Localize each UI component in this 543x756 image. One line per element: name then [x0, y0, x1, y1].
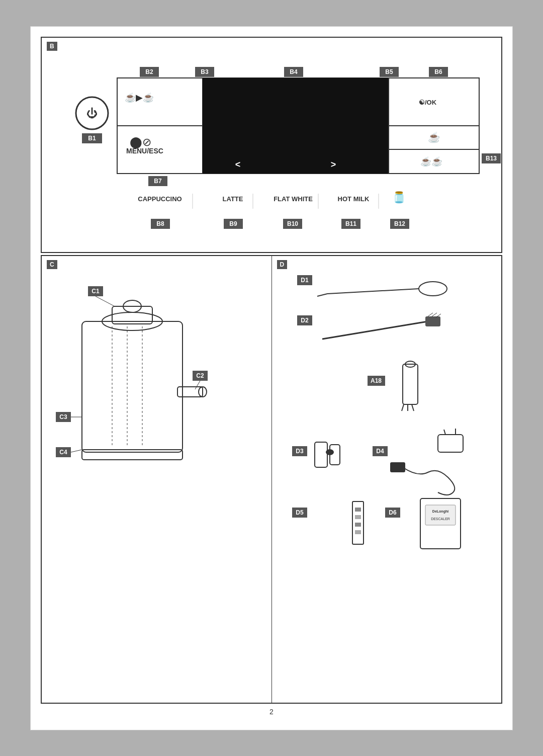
svg-text:C4: C4: [59, 449, 67, 456]
svg-text:⏻: ⏻: [86, 107, 98, 120]
svg-text:A18: A18: [370, 377, 381, 384]
page-number: 2: [41, 704, 502, 720]
svg-text:LATTE: LATTE: [223, 195, 243, 203]
svg-text:B10: B10: [287, 220, 298, 227]
svg-point-76: [419, 282, 447, 296]
svg-text:D2: D2: [301, 317, 309, 324]
svg-line-77: [327, 289, 419, 294]
svg-text:B8: B8: [156, 220, 164, 227]
svg-text:☕☕: ☕☕: [420, 156, 443, 167]
svg-text:⬤⊘: ⬤⊘: [130, 136, 151, 149]
section-c-label: C: [47, 260, 57, 269]
section-c: C C1 C2: [42, 256, 272, 703]
svg-text:D6: D6: [389, 509, 397, 516]
svg-text:CAPPUCCINO: CAPPUCCINO: [138, 195, 182, 203]
svg-rect-103: [390, 462, 405, 472]
svg-text:B12: B12: [394, 220, 405, 227]
page: B ⏻ B1 ☕▶☕ B2 MENU/ESC B3 ⬤⊘: [30, 26, 513, 730]
svg-rect-100: [438, 435, 463, 452]
bottom-sections: C C1 C2: [41, 255, 502, 704]
svg-rect-110: [355, 530, 361, 534]
svg-rect-107: [355, 508, 361, 512]
svg-line-101: [444, 430, 445, 435]
svg-text:D3: D3: [296, 448, 304, 455]
svg-text:B11: B11: [345, 220, 356, 227]
svg-line-83: [428, 313, 433, 316]
section-d-diagram: D1 D2 A18: [277, 261, 478, 588]
svg-rect-108: [355, 515, 361, 519]
svg-rect-114: [425, 505, 456, 525]
svg-text:☕: ☕: [428, 131, 440, 143]
svg-point-97: [326, 449, 334, 455]
svg-text:☯/OK: ☯/OK: [419, 99, 437, 106]
svg-text:B9: B9: [229, 220, 237, 227]
section-b-label: B: [47, 42, 57, 51]
svg-rect-82: [425, 316, 440, 326]
svg-text:B6: B6: [434, 68, 442, 75]
svg-text:🫙: 🫙: [392, 191, 406, 204]
svg-text:>: >: [331, 159, 336, 170]
svg-text:B13: B13: [486, 155, 497, 162]
svg-text:FLAT WHITE: FLAT WHITE: [274, 195, 313, 203]
svg-text:B2: B2: [145, 68, 153, 75]
section-c-diagram: C1 C2 C3 C4: [47, 261, 218, 588]
svg-line-90: [402, 404, 404, 411]
svg-text:C1: C1: [92, 288, 100, 295]
svg-rect-109: [355, 523, 361, 527]
svg-line-72: [71, 450, 82, 452]
section-d: D D1 D2 A18: [272, 256, 502, 703]
svg-text:HOT MILK: HOT MILK: [338, 195, 370, 203]
svg-rect-16: [203, 78, 389, 174]
svg-line-78: [317, 294, 327, 296]
svg-text:D4: D4: [376, 448, 384, 455]
svg-rect-88: [403, 364, 418, 404]
svg-line-92: [412, 404, 414, 411]
svg-text:B1: B1: [88, 135, 96, 142]
svg-text:☕▶☕: ☕▶☕: [125, 92, 154, 103]
svg-text:B7: B7: [154, 178, 162, 185]
section-b-diagram: ⏻ B1 ☕▶☕ B2 MENU/ESC B3 ⬤⊘ B7: [52, 53, 504, 249]
svg-line-58: [96, 296, 115, 306]
svg-text:B3: B3: [201, 68, 209, 75]
svg-text:B4: B4: [290, 68, 298, 75]
svg-text:C2: C2: [196, 372, 204, 379]
svg-text:D1: D1: [301, 277, 309, 284]
section-d-label: D: [277, 260, 288, 269]
section-b: B ⏻ B1 ☕▶☕ B2 MENU/ESC B3 ⬤⊘: [41, 37, 502, 253]
svg-text:C3: C3: [59, 413, 67, 421]
svg-text:DESCALER: DESCALER: [431, 517, 450, 521]
svg-rect-95: [315, 442, 327, 467]
svg-line-84: [432, 313, 437, 316]
svg-line-81: [322, 321, 428, 339]
svg-rect-52: [82, 321, 183, 452]
svg-text:B5: B5: [385, 68, 393, 75]
svg-rect-73: [82, 450, 183, 460]
svg-text:DeLonghi: DeLonghi: [432, 510, 448, 514]
svg-text:<: <: [235, 159, 241, 170]
svg-text:D5: D5: [296, 509, 304, 516]
